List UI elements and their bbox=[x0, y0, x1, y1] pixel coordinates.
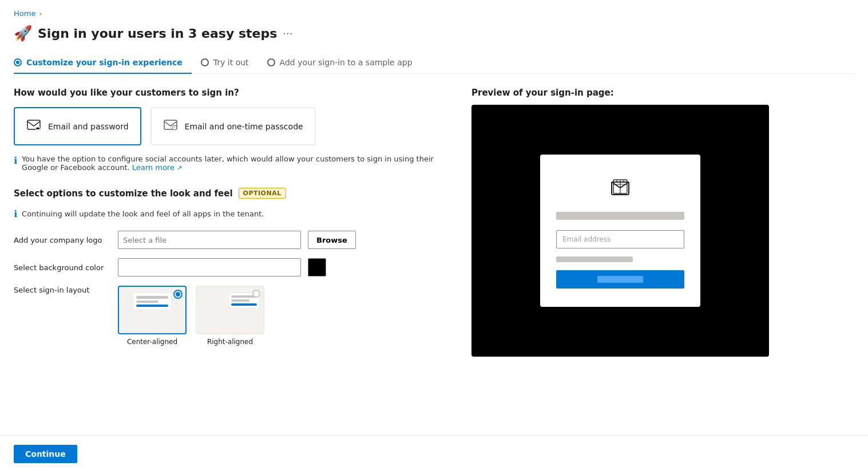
customize-section-header: Select options to customize the look and… bbox=[14, 188, 449, 199]
preview-email-input: Email address bbox=[556, 230, 684, 248]
rocket-icon: 🚀 bbox=[14, 25, 32, 42]
option-email-password-label: Email and password bbox=[48, 122, 129, 131]
customize-section-title: Select options to customize the look and… bbox=[14, 188, 233, 199]
sign-in-options: Email and password * Email and one-time … bbox=[14, 107, 449, 145]
tab-try[interactable]: Try it out bbox=[201, 53, 258, 74]
tab-try-label: Try it out bbox=[213, 58, 249, 67]
preview-box-icon bbox=[607, 173, 634, 200]
browse-button[interactable]: Browse bbox=[308, 231, 356, 249]
page-title: Sign in your users in 3 easy steps bbox=[38, 26, 277, 41]
layout-right-thumbnail bbox=[196, 286, 264, 334]
left-panel: How would you like your customers to sig… bbox=[14, 88, 449, 357]
email-otp-icon: * bbox=[163, 117, 178, 135]
logo-label: Add your company logo bbox=[14, 236, 111, 244]
tab-add-label: Add your sign-in to a sample app bbox=[280, 58, 413, 67]
bg-color-input[interactable]: #000000 bbox=[118, 258, 301, 277]
breadcrumb: Home › bbox=[14, 9, 854, 18]
info-icon: ℹ bbox=[14, 155, 17, 166]
customize-info: ℹ Continuing will update the look and fe… bbox=[14, 208, 449, 219]
layout-right[interactable]: Right-aligned bbox=[196, 286, 264, 346]
layout-center[interactable]: Center-aligned bbox=[118, 286, 187, 346]
logo-file-input[interactable] bbox=[118, 231, 301, 249]
optional-badge: OPTIONAL bbox=[239, 188, 286, 199]
bg-color-label: Select background color bbox=[14, 263, 111, 272]
svg-rect-3 bbox=[38, 127, 38, 129]
sign-in-section-title: How would you like your customers to sig… bbox=[14, 88, 449, 98]
layout-options: Center-aligned Right-aligned bbox=[118, 286, 264, 346]
info-text: You have the option to configure social … bbox=[22, 155, 449, 172]
layout-center-label: Center-aligned bbox=[127, 338, 177, 346]
option-email-otp[interactable]: * Email and one-time passcode bbox=[150, 107, 316, 145]
breadcrumb-home-link[interactable]: Home bbox=[14, 9, 35, 18]
option-email-password[interactable]: Email and password bbox=[14, 107, 141, 145]
preview-button-inner bbox=[597, 276, 643, 283]
continue-button[interactable]: Continue bbox=[14, 445, 77, 463]
logo-row: Add your company logo Browse bbox=[14, 231, 449, 249]
preview-title-bar bbox=[556, 212, 684, 220]
layout-label: Select sign-in layout bbox=[14, 286, 111, 294]
option-email-otp-label: Email and one-time passcode bbox=[185, 122, 303, 131]
right-panel: Preview of your sign-in page: bbox=[471, 88, 769, 357]
tabs-container: Customize your sign-in experience Try it… bbox=[14, 53, 854, 74]
customize-info-text: Continuing will update the look and feel… bbox=[22, 210, 264, 218]
tab-customize[interactable]: Customize your sign-in experience bbox=[14, 53, 192, 74]
preview-card: Email address bbox=[540, 155, 700, 307]
layout-center-thumbnail bbox=[118, 286, 187, 334]
layout-right-label: Right-aligned bbox=[207, 338, 253, 346]
social-accounts-info: ℹ You have the option to configure socia… bbox=[14, 155, 449, 172]
tab-add[interactable]: Add your sign-in to a sample app bbox=[267, 53, 422, 74]
preview-logo-area bbox=[556, 173, 684, 200]
layout-row: Select sign-in layout Center-aligne bbox=[14, 286, 449, 346]
external-link-icon: ↗ bbox=[177, 164, 182, 172]
content-layout: How would you like your customers to sig… bbox=[14, 88, 854, 357]
learn-more-link[interactable]: Learn more ↗ bbox=[132, 163, 183, 172]
color-swatch[interactable] bbox=[308, 258, 326, 277]
tab-customize-label: Customize your sign-in experience bbox=[26, 58, 183, 67]
email-password-icon bbox=[26, 117, 41, 135]
preview-container: Email address bbox=[471, 105, 769, 357]
preview-sub-bar bbox=[556, 256, 633, 262]
more-options-icon[interactable]: ··· bbox=[283, 27, 292, 40]
preview-title: Preview of your sign-in page: bbox=[471, 88, 769, 98]
tab-radio-add bbox=[267, 58, 275, 66]
layout-center-radio bbox=[173, 290, 183, 299]
bottom-bar: Continue bbox=[0, 435, 868, 470]
page-header: 🚀 Sign in your users in 3 easy steps ··· bbox=[14, 25, 854, 42]
preview-signin-button bbox=[556, 270, 684, 289]
customize-info-icon: ℹ bbox=[14, 208, 17, 219]
bg-color-row: Select background color #000000 bbox=[14, 258, 449, 277]
breadcrumb-chevron-icon: › bbox=[39, 10, 42, 18]
tab-radio-try bbox=[201, 58, 209, 66]
tab-radio-customize bbox=[14, 58, 22, 66]
